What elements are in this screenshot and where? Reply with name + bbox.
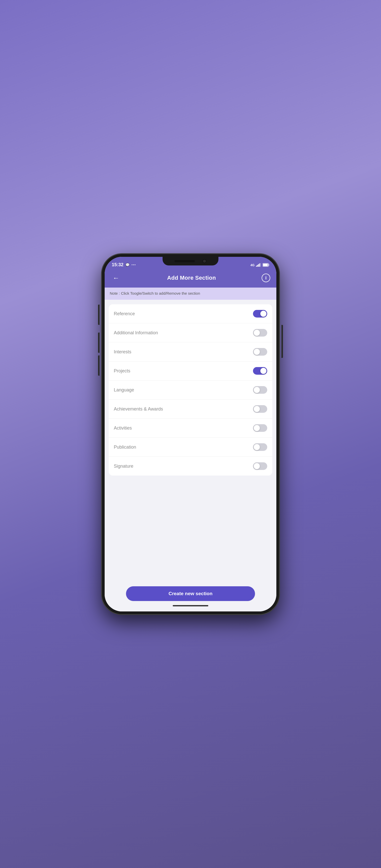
toggle-track-language — [253, 386, 267, 394]
toggle-activities[interactable] — [253, 424, 267, 432]
network-4g: 4G — [250, 264, 255, 267]
toggle-track-interests — [253, 348, 267, 355]
section-item-interests: Interests — [109, 342, 272, 362]
app-container: 15:32 💬 ••• 4G — [105, 257, 276, 612]
section-label-additional-information: Additional Information — [114, 330, 158, 336]
toggle-thumb-reference — [260, 311, 266, 317]
section-label-projects: Projects — [114, 368, 130, 374]
section-label-publication: Publication — [114, 444, 136, 450]
section-item-reference: Reference — [109, 304, 272, 323]
section-label-reference: Reference — [114, 311, 135, 316]
phone-screen: 15:32 💬 ••• 4G — [105, 257, 276, 612]
toggle-track-publication — [253, 443, 267, 451]
sections-content: ReferenceAdditional InformationInterests… — [105, 300, 276, 579]
toggle-publication[interactable] — [253, 443, 267, 451]
toggle-track-reference — [253, 310, 267, 317]
note-text: Note : Click Toogle/Switch to add/Remove… — [110, 290, 271, 297]
section-item-additional-information: Additional Information — [109, 323, 272, 342]
toggle-track-additional-information — [253, 329, 267, 337]
status-icons: 4G — [250, 263, 269, 268]
svg-rect-7 — [263, 264, 268, 266]
page-title: Add More Section — [167, 275, 216, 281]
section-item-language: Language — [109, 380, 272, 400]
toggle-track-signature — [253, 462, 267, 470]
toggle-thumb-additional-information — [254, 330, 260, 336]
toggle-track-achievements-awards — [253, 405, 267, 413]
toggle-thumb-achievements-awards — [254, 406, 260, 412]
battery-icon — [263, 263, 269, 268]
svg-rect-4 — [260, 263, 261, 267]
note-bar: Note : Click Toogle/Switch to add/Remove… — [105, 287, 276, 300]
toggle-thumb-projects — [260, 368, 266, 374]
toggle-thumb-interests — [254, 349, 260, 355]
section-item-achievements-awards: Achievements & Awards — [109, 400, 272, 418]
toggle-reference[interactable] — [253, 310, 267, 317]
section-item-signature: Signature — [109, 457, 272, 475]
back-button[interactable]: ← — [111, 273, 121, 283]
toggle-signature[interactable] — [253, 462, 267, 470]
signal-dots: ••• — [132, 263, 136, 266]
toggle-thumb-activities — [254, 425, 260, 431]
svg-rect-2 — [258, 264, 259, 267]
time-display: 15:32 — [112, 262, 123, 268]
section-label-activities: Activities — [114, 426, 132, 431]
svg-rect-6 — [269, 264, 269, 266]
toggle-additional-information[interactable] — [253, 329, 267, 337]
svg-rect-1 — [257, 265, 258, 267]
phone-device: 15:32 💬 ••• 4G — [102, 254, 279, 615]
section-item-activities: Activities — [109, 418, 272, 438]
section-label-interests: Interests — [114, 349, 131, 354]
info-button[interactable]: i — [262, 274, 270, 282]
toggle-interests[interactable] — [253, 348, 267, 355]
toggle-language[interactable] — [253, 386, 267, 394]
section-list: ReferenceAdditional InformationInterests… — [109, 304, 272, 475]
section-label-language: Language — [114, 388, 134, 393]
svg-rect-0 — [256, 266, 257, 267]
status-time: 15:32 💬 ••• — [112, 262, 136, 268]
section-item-publication: Publication — [109, 438, 272, 457]
toggle-thumb-language — [254, 387, 260, 393]
create-new-section-button[interactable]: Create new section — [126, 586, 255, 601]
whatsapp-icon: 💬 — [125, 263, 130, 267]
toggle-track-projects — [253, 367, 267, 375]
speaker — [174, 260, 195, 262]
section-label-signature: Signature — [114, 464, 133, 469]
section-item-projects: Projects — [109, 362, 272, 380]
signal-bars — [256, 263, 261, 268]
section-label-achievements-awards: Achievements & Awards — [114, 406, 163, 412]
home-indicator — [173, 605, 208, 607]
page-header: ← Add More Section i — [105, 270, 276, 287]
toggle-track-activities — [253, 424, 267, 432]
toggle-projects[interactable] — [253, 367, 267, 375]
toggle-thumb-signature — [254, 463, 260, 469]
toggle-thumb-publication — [254, 444, 260, 450]
bottom-area: Create new section — [105, 579, 276, 612]
notch — [163, 257, 218, 266]
toggle-achievements-awards[interactable] — [253, 405, 267, 413]
camera — [202, 259, 207, 263]
svg-rect-3 — [259, 264, 260, 267]
